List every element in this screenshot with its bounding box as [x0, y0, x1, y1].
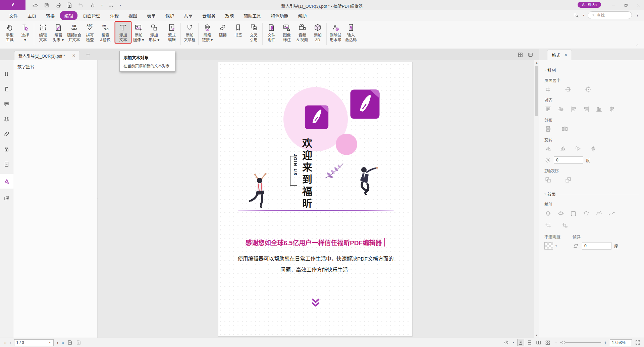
tab-close-icon[interactable]: ✕ — [72, 53, 75, 58]
search-input[interactable] — [597, 13, 627, 18]
document-tab[interactable]: 新人引导(1)_OCR(3).pdf * ✕ — [14, 51, 80, 60]
undo-button[interactable] — [78, 2, 84, 8]
chevron-down-icon[interactable]: ▾ — [49, 341, 50, 344]
next-view-button[interactable] — [76, 340, 82, 345]
menu-tab-特色功能[interactable]: 特色功能 — [266, 11, 292, 20]
chevron-down-icon[interactable]: ▾ — [555, 245, 557, 248]
ribbon-file-attachment-button[interactable]: 文件附件 — [264, 22, 279, 43]
zoom-out-button[interactable]: − — [554, 340, 557, 345]
ribbon-web-link-button[interactable]: 网络链接 ▾ — [200, 22, 215, 43]
previous-page-button[interactable]: ‹ — [10, 340, 11, 345]
effects-section-header[interactable]: ▾效果 — [544, 191, 644, 197]
menu-tab-编辑[interactable]: 编辑 — [60, 11, 77, 20]
next-page-button[interactable]: › — [57, 340, 58, 345]
align-left-button[interactable] — [570, 106, 577, 113]
zoom-level-input[interactable] — [610, 340, 632, 346]
bring-to-front-button[interactable] — [544, 176, 552, 184]
print-button[interactable] — [55, 2, 61, 8]
user-account-badge[interactable]: A - Sh3n — [578, 2, 601, 8]
tab-grid-button[interactable] — [518, 52, 523, 58]
pages-panel-button[interactable] — [0, 83, 13, 94]
rotate-view-button[interactable] — [503, 340, 509, 345]
opacity-swatch[interactable] — [544, 242, 553, 250]
ribbon-add-3d-button[interactable]: 添加3D — [310, 22, 325, 43]
crop-apply-button[interactable] — [544, 222, 552, 229]
new-doc-button[interactable] — [66, 2, 73, 8]
minimize-button[interactable] — [611, 3, 616, 7]
ribbon-reflow-edit-button[interactable]: 流式编辑 — [164, 22, 179, 43]
crop-curve-button[interactable] — [608, 210, 615, 217]
arrange-section-header[interactable]: ▾排列 — [544, 67, 644, 73]
linked-files-panel-button[interactable] — [0, 193, 13, 204]
menu-tab-保护[interactable]: 保护 — [161, 11, 178, 20]
menu-tab-文件[interactable]: 文件 — [5, 11, 22, 20]
menu-tab-视图[interactable]: 视图 — [124, 11, 142, 20]
crop-ellipse-button[interactable] — [557, 210, 565, 217]
view-continuous-button[interactable] — [526, 339, 533, 346]
flip-vertical-button[interactable] — [590, 145, 597, 152]
menu-tab-放映[interactable]: 放映 — [221, 11, 238, 20]
ribbon-select-tool-button[interactable]: 选择▾ — [17, 22, 33, 43]
new-tab-icon[interactable] — [85, 52, 91, 58]
send-to-back-button[interactable] — [565, 176, 572, 184]
menu-tab-页面管理[interactable]: 页面管理 — [78, 11, 105, 20]
menu-tab-转换[interactable]: 转换 — [42, 11, 59, 20]
signature-panel-button[interactable] — [0, 174, 13, 189]
pdf-page[interactable]: JOIN US 欢迎来到福昕 — [218, 62, 413, 337]
collapse-ribbon-icon[interactable] — [635, 43, 639, 47]
ribbon-add-article-box-button[interactable]: 添加文章框 — [182, 22, 197, 43]
view-single-button[interactable] — [517, 339, 524, 346]
page-number-input[interactable] — [16, 340, 47, 345]
distribute-vertical-button[interactable] — [544, 125, 552, 133]
previous-view-button[interactable] — [67, 340, 73, 345]
align-right-button[interactable] — [583, 106, 590, 113]
ribbon-link-button[interactable]: 链接 — [215, 22, 230, 43]
comments-panel-button[interactable] — [0, 98, 13, 110]
ribbon-enter-activation-code-button[interactable]: 输入激活码 — [343, 22, 359, 43]
restore-button[interactable] — [624, 3, 628, 7]
menu-tab-注释[interactable]: 注释 — [106, 11, 123, 20]
last-page-button[interactable]: » — [61, 340, 64, 345]
ribbon-audio-video-button[interactable]: 音频& 视频 — [294, 22, 310, 43]
ribbon-remove-trial-watermark-button[interactable]: 删除试用水印 — [328, 22, 343, 43]
zoom-slider[interactable] — [560, 340, 601, 345]
ribbon-edit-text-button[interactable]: 编辑文本 — [35, 22, 51, 43]
menu-tab-帮助[interactable]: 帮助 — [293, 11, 311, 20]
center-both-button[interactable] — [585, 86, 592, 93]
zoom-in-button[interactable]: + — [604, 340, 607, 345]
ribbon-image-annotation-button[interactable]: 图像标注 — [279, 22, 294, 43]
bookmark-panel-button[interactable] — [0, 68, 13, 79]
align-top-button[interactable] — [544, 106, 552, 113]
format-tab-close-icon[interactable]: ✕ — [564, 53, 567, 57]
crop-polygon-button[interactable] — [583, 210, 590, 217]
attachments-panel-button[interactable] — [0, 129, 13, 140]
crop-rectangle-button[interactable] — [570, 210, 577, 217]
skew-input[interactable] — [582, 242, 611, 250]
zoom-slider-knob[interactable] — [562, 341, 565, 344]
ribbon-add-image-button[interactable]: 添加图像 ▾ — [131, 22, 146, 43]
distribute-horizontal-button[interactable] — [561, 125, 569, 133]
crop-remove-button[interactable] — [561, 222, 569, 229]
ribbon-bookmark-button[interactable]: 书签 — [230, 22, 246, 43]
close-button[interactable] — [636, 3, 641, 7]
scrollbar-thumb[interactable] — [535, 66, 538, 116]
chevron-down-icon[interactable]: ▾ — [513, 341, 514, 344]
first-page-button[interactable]: « — [4, 340, 7, 345]
ribbon-spell-check-button[interactable]: ABC拼写检查 — [82, 22, 98, 43]
folder-open-button[interactable] — [32, 2, 39, 8]
align-middle-button[interactable] — [557, 106, 565, 113]
center-horizontal-button[interactable] — [544, 86, 552, 93]
flip-right-button[interactable] — [559, 145, 567, 152]
menu-tab-表单[interactable]: 表单 — [143, 11, 160, 20]
read-mode-button[interactable] — [528, 52, 533, 58]
ribbon-edit-object-button[interactable]: 编辑对象 ▾ — [51, 22, 66, 43]
vertical-scrollbar[interactable]: ▲ ▼ — [534, 60, 539, 338]
fullscreen-button[interactable] — [635, 340, 641, 345]
destinations-panel-button[interactable] — [0, 159, 13, 170]
layers-panel-button[interactable] — [0, 114, 13, 125]
app-logo[interactable] — [0, 0, 25, 10]
flip-left-button[interactable] — [544, 145, 552, 152]
rotate-shape-button[interactable] — [575, 145, 582, 152]
ribbon-add-text-button[interactable]: 添加文本 — [115, 22, 131, 43]
center-vertical-button[interactable] — [565, 86, 572, 93]
